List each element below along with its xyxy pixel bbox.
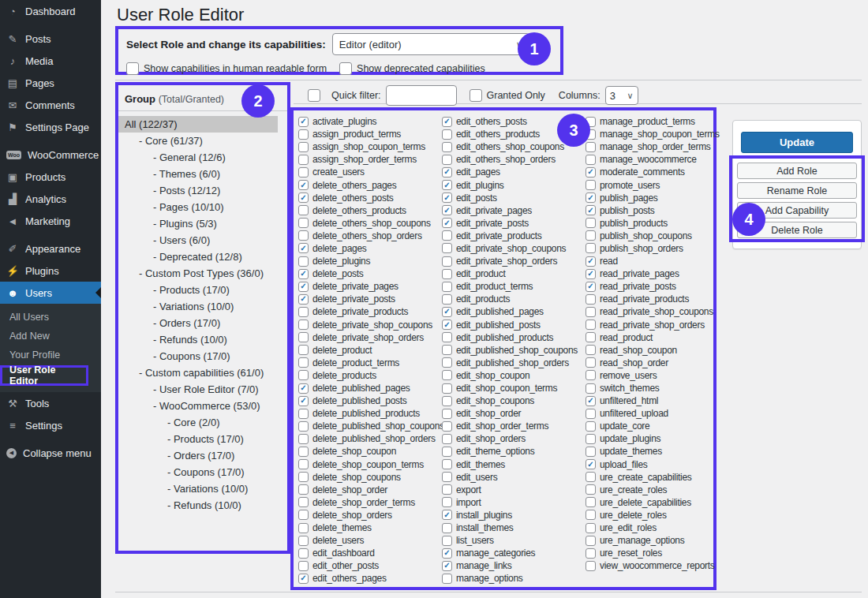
capability-checkbox-publish_posts[interactable]	[586, 205, 596, 215]
capability-checkbox-edit_products[interactable]	[442, 294, 452, 305]
update-button[interactable]: Update	[741, 132, 853, 153]
capability-checkbox-read_shop_order[interactable]	[586, 357, 596, 368]
capability-checkbox-edit_shop_coupons[interactable]	[442, 396, 452, 406]
capability-checkbox-edit_others_pages[interactable]	[298, 574, 309, 584]
group-tree-item[interactable]: - Variations (10/0)	[118, 298, 287, 315]
capability-checkbox-edit_private_products[interactable]	[442, 230, 452, 241]
capability-checkbox-read_private_posts[interactable]	[586, 282, 596, 292]
capability-checkbox-delete_product_terms[interactable]	[298, 357, 309, 368]
sidebar-item-user-role-editor[interactable]: User Role Editor	[0, 365, 88, 386]
group-tree-item[interactable]: - Custom Post Types (36/0)	[118, 265, 287, 282]
group-tree-item[interactable]: - Products (17/0)	[118, 282, 287, 298]
sidebar-item-pages[interactable]: ▤Pages	[0, 72, 101, 94]
group-tree-item[interactable]: - Plugins (5/3)	[118, 215, 287, 232]
sidebar-item-plugins[interactable]: ⚡Plugins	[0, 260, 101, 282]
sidebar-item-posts[interactable]: ✎Posts	[0, 28, 101, 50]
capability-checkbox-ure_create_capabilities[interactable]	[586, 472, 596, 482]
capability-checkbox-edit_published_pages[interactable]	[442, 307, 452, 317]
capability-checkbox-edit_published_posts[interactable]	[442, 320, 452, 330]
capability-checkbox-delete_private_pages[interactable]	[298, 282, 309, 292]
capability-checkbox-publish_shop_orders[interactable]	[586, 243, 596, 253]
capability-checkbox-promote_users[interactable]	[586, 180, 596, 190]
group-tree-item[interactable]: - Coupons (17/0)	[118, 348, 287, 364]
capability-checkbox-edit_private_shop_orders[interactable]	[442, 256, 452, 267]
capability-checkbox-manage_categories[interactable]	[442, 548, 452, 559]
capability-checkbox-delete_themes[interactable]	[298, 523, 309, 533]
capability-checkbox-edit_product[interactable]	[442, 269, 452, 279]
capability-checkbox-upload_files[interactable]	[586, 459, 596, 469]
capability-checkbox-install_themes[interactable]	[442, 523, 452, 533]
capability-checkbox-publish_products[interactable]	[586, 218, 596, 228]
capability-checkbox-edit_shop_order_terms[interactable]	[442, 421, 452, 432]
group-tree-item[interactable]: - Orders (17/0)	[118, 315, 287, 331]
group-tree-item[interactable]: All (122/37)	[118, 116, 278, 133]
capability-checkbox-edit_published_shop_coupons[interactable]	[442, 345, 452, 355]
capability-checkbox-manage_links[interactable]	[442, 561, 452, 571]
sidebar-item-products[interactable]: ▣Products	[0, 166, 101, 188]
capability-checkbox-import[interactable]	[442, 497, 452, 507]
capability-checkbox-edit_product_terms[interactable]	[442, 282, 452, 292]
group-tree-item[interactable]: - Core (2/0)	[118, 414, 287, 431]
capability-checkbox-unfiltered_html[interactable]	[586, 396, 596, 406]
capability-checkbox-ure_delete_capabilities[interactable]	[586, 497, 596, 507]
sidebar-item-tools[interactable]: ⚒Tools	[0, 392, 101, 414]
capability-checkbox-update_core[interactable]	[586, 421, 596, 432]
group-tree-item[interactable]: - User Role Editor (7/0)	[118, 381, 287, 398]
capability-checkbox-delete_users[interactable]	[298, 536, 309, 546]
capability-checkbox-edit_published_products[interactable]	[442, 332, 452, 342]
capability-checkbox-install_plugins[interactable]	[442, 510, 452, 520]
capability-checkbox-delete_published_products[interactable]	[298, 409, 309, 419]
capability-checkbox-read_shop_coupon[interactable]	[586, 345, 596, 355]
rename-role-button[interactable]: Rename Role	[737, 182, 857, 199]
show-deprecated-checkbox[interactable]	[339, 62, 352, 75]
capability-checkbox-publish_pages[interactable]	[586, 192, 596, 203]
capability-checkbox-edit_private_pages[interactable]	[442, 205, 452, 215]
capability-checkbox-moderate_comments[interactable]	[586, 167, 596, 178]
capability-checkbox-assign_shop_coupon_terms[interactable]	[298, 142, 309, 152]
capability-checkbox-delete_published_shop_coupons[interactable]	[298, 421, 309, 432]
capability-checkbox-read_private_products[interactable]	[586, 294, 596, 305]
group-tree-item[interactable]: - Variations (10/0)	[118, 480, 287, 497]
group-tree-item[interactable]: - Products (17/0)	[118, 431, 287, 447]
sidebar-item-settings[interactable]: ≡Settings	[0, 414, 101, 436]
capability-checkbox-delete_published_shop_orders[interactable]	[298, 434, 309, 444]
capability-checkbox-unfiltered_upload[interactable]	[586, 409, 596, 419]
capability-checkbox-delete_others_posts[interactable]	[298, 192, 309, 203]
sidebar-item-appearance[interactable]: ✐Appearance	[0, 237, 101, 260]
capability-checkbox-ure_reset_roles[interactable]	[586, 548, 596, 559]
sidebar-item-all-users[interactable]: All Users	[0, 308, 101, 327]
capability-checkbox-edit_theme_options[interactable]	[442, 447, 452, 457]
capability-checkbox-delete_shop_orders[interactable]	[298, 510, 309, 520]
capability-checkbox-delete_shop_coupons[interactable]	[298, 472, 309, 482]
capability-checkbox-delete_others_shop_coupons[interactable]	[298, 218, 309, 228]
add-role-button[interactable]: Add Role	[737, 163, 857, 179]
capability-checkbox-edit_private_posts[interactable]	[442, 218, 452, 228]
capability-checkbox-update_plugins[interactable]	[586, 434, 596, 444]
group-tree-item[interactable]: - Coupons (17/0)	[118, 464, 287, 480]
capability-checkbox-manage_woocommerce[interactable]	[586, 155, 596, 165]
capability-checkbox-edit_posts[interactable]	[442, 192, 452, 203]
capability-checkbox-edit_others_products[interactable]	[442, 129, 452, 140]
capability-checkbox-read_private_pages[interactable]	[586, 269, 596, 279]
capability-checkbox-assign_shop_order_terms[interactable]	[298, 155, 309, 165]
sidebar-item-your-profile[interactable]: Your Profile	[0, 346, 101, 364]
capability-checkbox-manage_options[interactable]	[442, 574, 452, 584]
capability-checkbox-edit_published_shop_orders[interactable]	[442, 357, 452, 368]
group-tree-item[interactable]: - General (12/6)	[118, 149, 287, 166]
capability-checkbox-edit_shop_coupon_terms[interactable]	[442, 383, 452, 394]
capability-checkbox-delete_private_products[interactable]	[298, 307, 309, 317]
capability-checkbox-edit_users[interactable]	[442, 472, 452, 482]
capability-checkbox-delete_others_shop_orders[interactable]	[298, 230, 309, 241]
group-tree-item[interactable]: - Core (61/37)	[118, 133, 287, 149]
capability-checkbox-delete_shop_order[interactable]	[298, 484, 309, 495]
sidebar-item-settings-page[interactable]: ⚑Settings Page	[0, 116, 101, 138]
columns-select[interactable]: 3 ∨	[605, 86, 638, 105]
capability-checkbox-edit_shop_order[interactable]	[442, 409, 452, 419]
group-tree-item[interactable]: - Orders (17/0)	[118, 447, 287, 464]
sidebar-item-comments[interactable]: ✉Comments	[0, 94, 101, 116]
capability-checkbox-edit_other_posts[interactable]	[298, 561, 309, 571]
sidebar-item-add-new[interactable]: Add New	[0, 327, 101, 346]
capability-checkbox-export[interactable]	[442, 484, 452, 495]
group-tree-item[interactable]: - Refunds (10/0)	[118, 497, 287, 514]
capability-checkbox-delete_product[interactable]	[298, 345, 309, 355]
